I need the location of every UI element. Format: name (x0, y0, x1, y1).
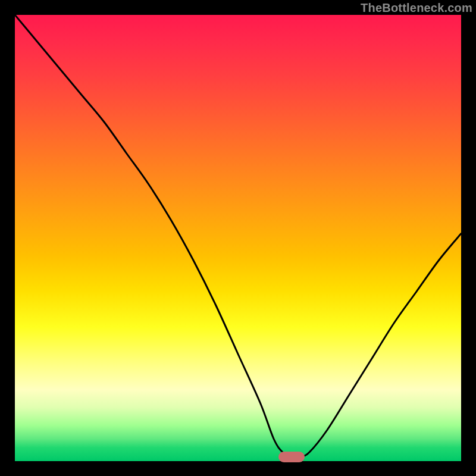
optimal-marker (278, 452, 305, 462)
bottleneck-curve (15, 15, 461, 461)
watermark-text: TheBottleneck.com (361, 1, 472, 15)
chart-frame: TheBottleneck.com (0, 0, 476, 476)
plot-area (15, 15, 461, 461)
